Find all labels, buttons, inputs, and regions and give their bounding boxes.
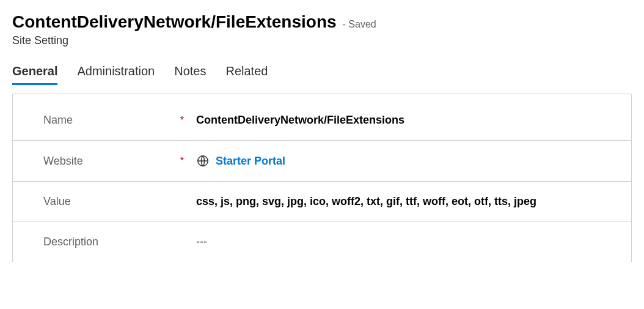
save-status: - Saved xyxy=(343,19,376,30)
tab-administration[interactable]: Administration xyxy=(77,64,155,85)
tab-related[interactable]: Related xyxy=(225,64,268,85)
field-row-value: Value css, js, png, svg, jpg, ico, woff2… xyxy=(13,182,631,222)
form-panel: Name * ContentDeliveryNetwork/FileExtens… xyxy=(12,94,632,262)
tab-strip: General Administration Notes Related xyxy=(12,64,632,85)
page-title: ContentDeliveryNetwork/FileExtensions xyxy=(12,12,337,32)
website-field[interactable]: Starter Portal xyxy=(196,154,631,168)
field-row-description: Description --- xyxy=(13,222,631,262)
description-label: Description xyxy=(43,236,98,248)
field-row-name: Name * ContentDeliveryNetwork/FileExtens… xyxy=(13,100,631,141)
field-label-cell: Value xyxy=(43,195,196,208)
name-field[interactable]: ContentDeliveryNetwork/FileExtensions xyxy=(196,114,631,127)
value-field[interactable]: css, js, png, svg, jpg, ico, woff2, txt,… xyxy=(196,195,631,208)
website-lookup-link[interactable]: Starter Portal xyxy=(216,155,285,168)
value-label: Value xyxy=(43,195,71,208)
tab-notes[interactable]: Notes xyxy=(174,64,206,85)
description-field[interactable]: --- xyxy=(196,236,631,248)
required-indicator: * xyxy=(180,115,184,126)
entity-type-label: Site Setting xyxy=(12,34,632,47)
name-label: Name xyxy=(43,114,73,127)
value-value: css, js, png, svg, jpg, ico, woff2, txt,… xyxy=(196,195,536,208)
globe-icon xyxy=(196,154,210,168)
field-label-cell: Name * xyxy=(43,114,196,127)
field-row-website: Website * Starter Portal xyxy=(13,141,631,182)
name-value: ContentDeliveryNetwork/FileExtensions xyxy=(196,114,404,127)
website-label: Website xyxy=(43,155,83,168)
required-indicator: * xyxy=(180,155,184,166)
field-label-cell: Website * xyxy=(43,155,196,168)
field-label-cell: Description xyxy=(43,236,196,248)
description-value: --- xyxy=(196,236,207,248)
title-row: ContentDeliveryNetwork/FileExtensions - … xyxy=(12,12,632,32)
page-header: ContentDeliveryNetwork/FileExtensions - … xyxy=(12,12,632,47)
tab-general[interactable]: General xyxy=(12,64,57,85)
